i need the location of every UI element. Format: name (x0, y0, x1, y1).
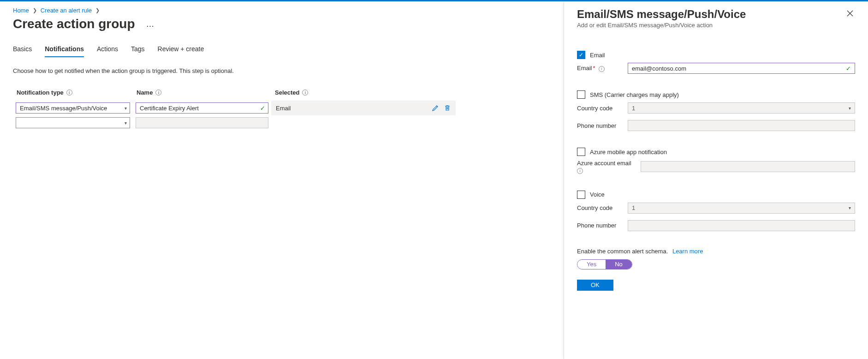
push-checkbox[interactable] (577, 148, 585, 156)
voice-country-code-label: Country code (577, 204, 623, 211)
sms-country-code-value: 1 (632, 105, 635, 112)
voice-phone-input[interactable] (628, 220, 855, 231)
voice-phone-label: Phone number (577, 222, 623, 229)
email-input-value: email@contoso.com (632, 65, 686, 72)
azure-account-email-input[interactable] (641, 161, 855, 172)
learn-more-link[interactable]: Learn more (672, 248, 703, 255)
email-checkbox[interactable]: ✓ (577, 51, 585, 59)
more-menu-button[interactable]: … (143, 18, 157, 31)
tab-actions[interactable]: Actions (97, 45, 118, 57)
schema-toggle-yes[interactable]: Yes (577, 260, 606, 269)
info-icon[interactable]: i (599, 66, 605, 72)
notifications-table: Notification type i Name i Selected i Em… (13, 86, 456, 130)
notification-type-value: Email/SMS message/Push/Voice (20, 105, 107, 112)
voice-country-code-value: 1 (632, 204, 635, 211)
chevron-down-icon: ▾ (125, 106, 127, 111)
info-icon[interactable]: i (66, 90, 72, 96)
sms-phone-input[interactable] (628, 120, 855, 131)
email-section: ✓ Email Email* i email@contoso.com ✓ (577, 51, 855, 74)
page-title: Create action group (13, 17, 135, 31)
ok-button[interactable]: OK (577, 280, 613, 291)
selected-cell: Email (271, 101, 414, 115)
chevron-right-icon: ❯ (95, 7, 100, 13)
notification-name-value: Certificate Expiry Alert (140, 105, 199, 112)
push-checkbox-label: Azure mobile app notification (590, 149, 667, 156)
panel-subtitle: Add or edit Email/SMS message/Push/Voice… (577, 22, 746, 29)
sms-checkbox[interactable] (577, 90, 585, 99)
tab-review-create[interactable]: Review + create (158, 45, 204, 57)
notification-type-dropdown[interactable]: Email/SMS message/Push/Voice ▾ (16, 102, 130, 114)
sms-phone-label: Phone number (577, 122, 623, 129)
tab-notifications[interactable]: Notifications (45, 45, 84, 57)
info-icon[interactable]: i (302, 90, 308, 96)
voice-checkbox-label: Voice (590, 191, 605, 198)
voice-section: Voice Country code 1 ▾ Phone number (577, 191, 855, 231)
voice-country-code-dropdown[interactable]: 1 ▾ (628, 203, 855, 214)
chevron-down-icon: ▾ (849, 205, 851, 210)
checkmark-icon: ✓ (846, 65, 851, 72)
edit-button[interactable] (432, 104, 439, 112)
email-checkbox-label: Email (590, 52, 605, 59)
column-header-name: Name i (133, 86, 271, 101)
email-field-label: Email* i (577, 65, 623, 72)
panel-title: Email/SMS message/Push/Voice (577, 8, 746, 21)
tab-basics[interactable]: Basics (13, 45, 32, 57)
column-header-actions (414, 86, 456, 101)
selected-value: Email (274, 105, 291, 112)
breadcrumb-create-alert-rule[interactable]: Create an alert rule (41, 7, 92, 14)
checkmark-icon: ✓ (260, 105, 265, 112)
notification-type-dropdown-empty[interactable]: ▾ (16, 117, 130, 128)
column-header-type-label: Notification type (17, 89, 64, 96)
notification-name-input-disabled (136, 117, 268, 128)
schema-label: Enable the common alert schema. Learn mo… (577, 248, 855, 255)
column-header-name-label: Name (137, 89, 153, 96)
close-button[interactable] (845, 8, 855, 20)
push-section: Azure mobile app notification Azure acco… (577, 148, 855, 174)
sms-country-code-dropdown[interactable]: 1 ▾ (628, 102, 855, 114)
sms-section: SMS (Carrier charges may apply) Country … (577, 90, 855, 131)
trash-icon (444, 104, 451, 112)
side-panel: Email/SMS message/Push/Voice Add or edit… (564, 1, 868, 359)
column-header-selected-label: Selected (275, 89, 299, 96)
chevron-down-icon: ▾ (849, 106, 851, 111)
voice-checkbox[interactable] (577, 191, 585, 199)
schema-toggle-no[interactable]: No (606, 260, 632, 269)
info-icon[interactable]: i (577, 168, 583, 174)
delete-button[interactable] (444, 104, 451, 112)
azure-email-label: Azure account email i (577, 160, 636, 174)
chevron-right-icon: ❯ (33, 7, 37, 13)
column-header-type: Notification type i (13, 86, 133, 101)
tab-tags[interactable]: Tags (131, 45, 145, 57)
country-code-label: Country code (577, 105, 623, 112)
info-icon[interactable]: i (155, 90, 161, 96)
pencil-icon (432, 104, 439, 112)
breadcrumb-home[interactable]: Home (13, 7, 29, 14)
schema-toggle[interactable]: Yes No (577, 259, 632, 269)
close-icon (847, 10, 853, 17)
chevron-down-icon: ▾ (125, 120, 127, 126)
notification-name-input[interactable]: Certificate Expiry Alert ✓ (136, 102, 268, 114)
sms-checkbox-label: SMS (Carrier charges may apply) (590, 91, 679, 98)
email-input[interactable]: email@contoso.com ✓ (628, 63, 855, 74)
column-header-selected: Selected i (271, 86, 414, 101)
